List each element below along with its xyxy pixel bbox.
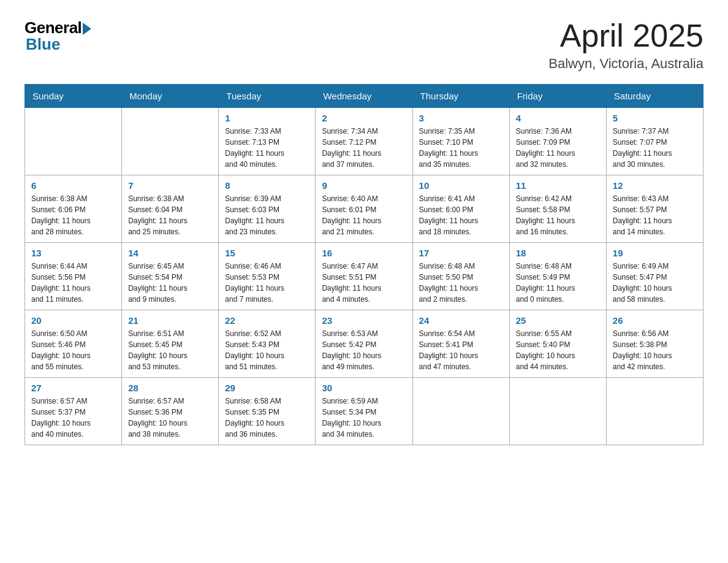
cell-date-18: 18 bbox=[516, 248, 600, 258]
calendar-table: SundayMondayTuesdayWednesdayThursdayFrid… bbox=[25, 84, 703, 445]
logo-blue-text: Blue bbox=[26, 35, 60, 54]
cell-3-0: 20Sunrise: 6:50 AMSunset: 5:46 PMDayligh… bbox=[25, 310, 122, 378]
cell-date-4: 4 bbox=[516, 113, 600, 123]
cell-2-1: 14Sunrise: 6:45 AMSunset: 5:54 PMDayligh… bbox=[122, 243, 219, 310]
cell-4-1: 28Sunrise: 6:57 AMSunset: 5:36 PMDayligh… bbox=[122, 378, 219, 445]
cell-info-8: Sunrise: 6:39 AMSunset: 6:03 PMDaylight:… bbox=[225, 193, 309, 237]
week-row-2: 6Sunrise: 6:38 AMSunset: 6:06 PMDaylight… bbox=[25, 175, 703, 243]
cell-3-6: 26Sunrise: 6:56 AMSunset: 5:38 PMDayligh… bbox=[606, 310, 703, 378]
cell-2-6: 19Sunrise: 6:49 AMSunset: 5:47 PMDayligh… bbox=[606, 243, 703, 310]
logo: General Blue bbox=[25, 18, 91, 54]
cell-info-13: Sunrise: 6:44 AMSunset: 5:56 PMDaylight:… bbox=[31, 261, 115, 305]
cell-date-27: 27 bbox=[31, 383, 115, 393]
week-row-1: 1Sunrise: 7:33 AMSunset: 7:13 PMDaylight… bbox=[25, 108, 703, 175]
calendar-header: SundayMondayTuesdayWednesdayThursdayFrid… bbox=[25, 85, 703, 108]
cell-2-5: 18Sunrise: 6:48 AMSunset: 5:49 PMDayligh… bbox=[509, 243, 606, 310]
header-monday: Monday bbox=[122, 85, 219, 108]
cell-4-2: 29Sunrise: 6:58 AMSunset: 5:35 PMDayligh… bbox=[219, 378, 316, 445]
cell-date-29: 29 bbox=[225, 383, 309, 393]
cell-date-21: 21 bbox=[128, 315, 212, 326]
cell-date-8: 8 bbox=[225, 180, 309, 191]
cell-3-2: 22Sunrise: 6:52 AMSunset: 5:43 PMDayligh… bbox=[219, 310, 316, 378]
cell-4-4 bbox=[412, 378, 509, 445]
cell-0-6: 5Sunrise: 7:37 AMSunset: 7:07 PMDaylight… bbox=[606, 108, 703, 175]
cell-1-0: 6Sunrise: 6:38 AMSunset: 6:06 PMDaylight… bbox=[25, 175, 122, 243]
cell-info-1: Sunrise: 7:33 AMSunset: 7:13 PMDaylight:… bbox=[225, 126, 309, 170]
cell-3-1: 21Sunrise: 6:51 AMSunset: 5:45 PMDayligh… bbox=[122, 310, 219, 378]
cell-1-2: 8Sunrise: 6:39 AMSunset: 6:03 PMDaylight… bbox=[219, 175, 316, 243]
cell-info-15: Sunrise: 6:46 AMSunset: 5:53 PMDaylight:… bbox=[225, 261, 309, 305]
cell-date-12: 12 bbox=[613, 180, 697, 191]
cell-0-1 bbox=[122, 108, 219, 175]
header-sunday: Sunday bbox=[25, 85, 122, 108]
logo-arrow-icon bbox=[83, 23, 91, 35]
cell-info-17: Sunrise: 6:48 AMSunset: 5:50 PMDaylight:… bbox=[419, 261, 503, 305]
cell-date-7: 7 bbox=[128, 180, 212, 191]
cell-date-5: 5 bbox=[613, 113, 697, 123]
week-row-5: 27Sunrise: 6:57 AMSunset: 5:37 PMDayligh… bbox=[25, 378, 703, 445]
cell-info-20: Sunrise: 6:50 AMSunset: 5:46 PMDaylight:… bbox=[31, 328, 115, 372]
cell-date-16: 16 bbox=[322, 248, 406, 258]
cell-date-28: 28 bbox=[128, 383, 212, 393]
cell-1-3: 9Sunrise: 6:40 AMSunset: 6:01 PMDaylight… bbox=[316, 175, 412, 243]
cell-0-0 bbox=[25, 108, 122, 175]
cell-date-25: 25 bbox=[516, 315, 600, 326]
cell-info-9: Sunrise: 6:40 AMSunset: 6:01 PMDaylight:… bbox=[322, 193, 406, 237]
cell-date-6: 6 bbox=[31, 180, 115, 191]
cell-info-26: Sunrise: 6:56 AMSunset: 5:38 PMDaylight:… bbox=[613, 328, 697, 372]
cell-0-4: 3Sunrise: 7:35 AMSunset: 7:10 PMDaylight… bbox=[412, 108, 509, 175]
cell-date-26: 26 bbox=[613, 315, 697, 326]
cell-date-23: 23 bbox=[322, 315, 406, 326]
cell-4-0: 27Sunrise: 6:57 AMSunset: 5:37 PMDayligh… bbox=[25, 378, 122, 445]
page-header: General Blue April 2025 Balwyn, Victoria… bbox=[25, 18, 703, 72]
cell-3-5: 25Sunrise: 6:55 AMSunset: 5:40 PMDayligh… bbox=[509, 310, 606, 378]
cell-info-30: Sunrise: 6:59 AMSunset: 5:34 PMDaylight:… bbox=[322, 396, 406, 440]
cell-date-3: 3 bbox=[419, 113, 503, 123]
cell-date-11: 11 bbox=[516, 180, 600, 191]
title-block: April 2025 Balwyn, Victoria, Australia bbox=[548, 18, 703, 72]
cell-date-14: 14 bbox=[128, 248, 212, 258]
cell-3-4: 24Sunrise: 6:54 AMSunset: 5:41 PMDayligh… bbox=[412, 310, 509, 378]
cell-2-2: 15Sunrise: 6:46 AMSunset: 5:53 PMDayligh… bbox=[219, 243, 316, 310]
cell-2-4: 17Sunrise: 6:48 AMSunset: 5:50 PMDayligh… bbox=[412, 243, 509, 310]
cell-info-23: Sunrise: 6:53 AMSunset: 5:42 PMDaylight:… bbox=[322, 328, 406, 372]
cell-0-3: 2Sunrise: 7:34 AMSunset: 7:12 PMDaylight… bbox=[316, 108, 412, 175]
cell-info-10: Sunrise: 6:41 AMSunset: 6:00 PMDaylight:… bbox=[419, 193, 503, 237]
header-saturday: Saturday bbox=[606, 85, 703, 108]
cell-info-22: Sunrise: 6:52 AMSunset: 5:43 PMDaylight:… bbox=[225, 328, 309, 372]
cell-info-11: Sunrise: 6:42 AMSunset: 5:58 PMDaylight:… bbox=[516, 193, 600, 237]
cell-2-0: 13Sunrise: 6:44 AMSunset: 5:56 PMDayligh… bbox=[25, 243, 122, 310]
cell-0-5: 4Sunrise: 7:36 AMSunset: 7:09 PMDaylight… bbox=[509, 108, 606, 175]
cell-info-29: Sunrise: 6:58 AMSunset: 5:35 PMDaylight:… bbox=[225, 396, 309, 440]
cell-info-3: Sunrise: 7:35 AMSunset: 7:10 PMDaylight:… bbox=[419, 126, 503, 170]
cell-info-4: Sunrise: 7:36 AMSunset: 7:09 PMDaylight:… bbox=[516, 126, 600, 170]
cell-3-3: 23Sunrise: 6:53 AMSunset: 5:42 PMDayligh… bbox=[316, 310, 412, 378]
cell-4-6 bbox=[606, 378, 703, 445]
cell-date-15: 15 bbox=[225, 248, 309, 258]
page-subtitle: Balwyn, Victoria, Australia bbox=[548, 56, 703, 72]
cell-date-10: 10 bbox=[419, 180, 503, 191]
cell-info-25: Sunrise: 6:55 AMSunset: 5:40 PMDaylight:… bbox=[516, 328, 600, 372]
cell-info-24: Sunrise: 6:54 AMSunset: 5:41 PMDaylight:… bbox=[419, 328, 503, 372]
header-friday: Friday bbox=[509, 85, 606, 108]
cell-date-20: 20 bbox=[31, 315, 115, 326]
cell-info-7: Sunrise: 6:38 AMSunset: 6:04 PMDaylight:… bbox=[128, 193, 212, 237]
cell-date-17: 17 bbox=[419, 248, 503, 258]
cell-info-28: Sunrise: 6:57 AMSunset: 5:36 PMDaylight:… bbox=[128, 396, 212, 440]
week-row-4: 20Sunrise: 6:50 AMSunset: 5:46 PMDayligh… bbox=[25, 310, 703, 378]
cell-date-22: 22 bbox=[225, 315, 309, 326]
cell-date-13: 13 bbox=[31, 248, 115, 258]
cell-date-30: 30 bbox=[322, 383, 406, 393]
calendar-body: 1Sunrise: 7:33 AMSunset: 7:13 PMDaylight… bbox=[25, 108, 703, 445]
cell-2-3: 16Sunrise: 6:47 AMSunset: 5:51 PMDayligh… bbox=[316, 243, 412, 310]
cell-1-4: 10Sunrise: 6:41 AMSunset: 6:00 PMDayligh… bbox=[412, 175, 509, 243]
cell-date-19: 19 bbox=[613, 248, 697, 258]
cell-4-5 bbox=[509, 378, 606, 445]
cell-1-1: 7Sunrise: 6:38 AMSunset: 6:04 PMDaylight… bbox=[122, 175, 219, 243]
cell-info-14: Sunrise: 6:45 AMSunset: 5:54 PMDaylight:… bbox=[128, 261, 212, 305]
cell-1-6: 12Sunrise: 6:43 AMSunset: 5:57 PMDayligh… bbox=[606, 175, 703, 243]
cell-date-2: 2 bbox=[322, 113, 406, 123]
cell-info-18: Sunrise: 6:48 AMSunset: 5:49 PMDaylight:… bbox=[516, 261, 600, 305]
header-tuesday: Tuesday bbox=[219, 85, 316, 108]
header-row: SundayMondayTuesdayWednesdayThursdayFrid… bbox=[25, 85, 703, 108]
